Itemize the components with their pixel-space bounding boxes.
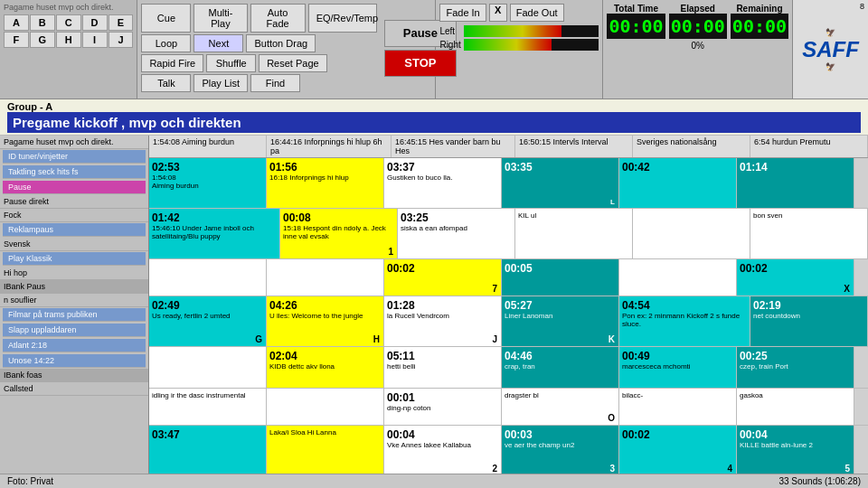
right-label: Right [439, 40, 462, 50]
cell-5-0[interactable]: idling ir the dasc instrumental [149, 389, 267, 425]
alpha-J[interactable]: J [108, 32, 134, 48]
sidebar-item-play-klassik[interactable]: Play Klassik [3, 252, 146, 266]
cell-4-1[interactable]: 02:04 KIDB dettc akv llona [267, 347, 384, 388]
cell-6-1[interactable]: Laka/i Sloa Hi Lanna [267, 426, 384, 474]
cell-2-2[interactable]: 00:02 7 [384, 259, 502, 296]
sidebar-item-reklam[interactable]: Reklampaus [3, 223, 146, 237]
sidebar-item-1[interactable]: Pagame huset mvp och direkt. [0, 136, 148, 149]
cell-4-5[interactable]: 00:25 czep, train Port [737, 347, 854, 388]
sidebar-item-ibank-paus[interactable]: IBank Paus [0, 280, 148, 294]
cell-time: 03:37 [387, 161, 498, 174]
alpha-A[interactable]: A [4, 14, 29, 31]
shuffle-button[interactable]: Shuffle [206, 54, 256, 72]
cell-3-2[interactable]: 01:28 la Rucell Vendrcom J [384, 296, 502, 346]
eq-rev-temp-button[interactable]: EQ/Rev/Temp [308, 4, 377, 33]
cell-label: 16:18 Inforpnings hi hlup [269, 174, 381, 182]
cell-0-1[interactable]: 01:56 16:18 Inforpnings hi hlup [267, 158, 384, 208]
cell-4-2[interactable]: 05:11 hetti belli [384, 347, 502, 388]
cell-0-5[interactable]: 01:14 [737, 158, 854, 208]
cell-2-0[interactable] [149, 259, 267, 296]
alpha-I[interactable]: I [82, 32, 108, 48]
fade-out-button[interactable]: Fade Out [510, 4, 564, 22]
cell-1-1[interactable]: 00:08 15:18 Hespont din ndoly a. Jeck in… [280, 209, 398, 258]
cell-5-1[interactable] [267, 389, 384, 425]
sidebar-item-pause-direct[interactable]: Pause direkt [0, 195, 148, 209]
cell-2-1[interactable] [267, 259, 384, 296]
loop-button[interactable]: Loop [141, 34, 191, 52]
sidebar-item-souflier[interactable]: n souflier [0, 294, 148, 307]
cell-2-3[interactable]: 00:05 [502, 259, 619, 296]
talk-button[interactable]: Talk [141, 74, 191, 92]
cell-badge: J [492, 334, 497, 344]
cell-4-0[interactable] [149, 347, 267, 388]
cell-time: 00:04 [740, 428, 851, 441]
sidebar-item-ibank-foas[interactable]: IBank foas [0, 369, 148, 382]
cell-5-4[interactable]: bilacc- [619, 389, 737, 425]
cell-time: 01:28 [387, 299, 498, 312]
cell-1-5[interactable]: bon sven [750, 209, 868, 258]
cell-0-3[interactable]: 03:35 L [502, 158, 619, 208]
sidebar-item-atlant[interactable]: Atlant 2:18 [3, 339, 146, 352]
cell-badge: 3 [609, 464, 615, 474]
cell-4-4[interactable]: 00:49 marcesceca mchomti [619, 347, 737, 388]
cell-6-4[interactable]: 00:02 4 [619, 426, 737, 474]
sidebar-item-callsted[interactable]: Callsted [0, 382, 148, 396]
alpha-G[interactable]: G [30, 32, 55, 48]
auto-fade-button[interactable]: Auto Fade [250, 4, 306, 33]
x-button[interactable]: X [489, 4, 507, 22]
cell-0-2[interactable]: 03:37 Gustiken to buco lla. [384, 158, 502, 208]
cell-5-5[interactable]: gaskoa [737, 389, 854, 425]
total-time-display: 00:00 [607, 14, 665, 39]
button-drag-button[interactable]: Button Drag [246, 34, 316, 52]
alpha-B[interactable]: B [30, 14, 55, 31]
cell-1-3[interactable]: KIL ul [515, 209, 633, 258]
cell-label: hetti belli [387, 362, 498, 371]
cell-5-3[interactable]: dragster bl O [502, 389, 619, 425]
cell-1-4[interactable] [633, 209, 750, 258]
cell-3-5[interactable]: 02:19 net countdown [750, 296, 868, 346]
play-list-button[interactable]: Play List [193, 74, 248, 92]
cell-2-5[interactable]: 00:02 X [737, 259, 854, 296]
sidebar-item-slapp[interactable]: Slapp uppladdaren [3, 324, 146, 337]
multi-play-button[interactable]: Multi-Play [193, 4, 247, 33]
cell-6-0[interactable]: 03:47 [149, 426, 267, 474]
sidebar-item-pause[interactable]: Pause [3, 181, 146, 194]
sidebar-item-3[interactable]: Taktling seck hits fs [3, 165, 146, 179]
cell-label: 15:18 Hespont din ndoly a. Jeck inne val… [283, 224, 394, 240]
alpha-C[interactable]: C [56, 14, 81, 31]
cell-3-3[interactable]: 05:27 Liner Lanoman K [502, 296, 619, 346]
cell-6-5[interactable]: 00:04 KILLE battle aln-lune 2 5 [737, 426, 854, 474]
cell-1-2[interactable]: 03:25 siska a ean afompad [398, 209, 515, 258]
sidebar-item-2[interactable]: ID tuner/vinjetter [3, 150, 146, 164]
cell-2-4[interactable] [619, 259, 737, 296]
cell-1-0[interactable]: 01:42 15:46:10 Under Jame inboll och sat… [149, 209, 280, 258]
sidebar-item-filmar[interactable]: Filmar på trams publiken [3, 308, 146, 322]
cell-3-0[interactable]: 02:49 Us ready, fertlin 2 umted G [149, 296, 267, 346]
alpha-H[interactable]: H [56, 32, 81, 48]
fade-in-button[interactable]: Fade In [439, 4, 486, 22]
alpha-F[interactable]: F [4, 32, 29, 48]
reset-page-button[interactable]: Reset Page [259, 54, 326, 72]
cell-0-0[interactable]: 02:53 1:54:08Aiming burdun [149, 158, 267, 208]
cell-5-2[interactable]: 00:01 ding-np coton [384, 389, 502, 425]
find-button[interactable]: Find [250, 74, 300, 92]
cell-6-3[interactable]: 00:03 ve aer the champ un2 3 [502, 426, 619, 474]
cue-button[interactable]: Cue [141, 4, 191, 33]
sidebar-item-hi-hop[interactable]: Hi hop [0, 267, 148, 280]
elapsed-label: Elapsed [669, 4, 727, 14]
sidebar-item-svensk[interactable]: Svensk [0, 238, 148, 251]
left-meter [464, 25, 561, 37]
cell-4-3[interactable]: 04:46 crap, tran [502, 347, 619, 388]
sidebar-item-fock[interactable]: Fock [0, 209, 148, 222]
alpha-E[interactable]: E [108, 14, 134, 31]
alpha-D[interactable]: D [82, 14, 108, 31]
cell-3-4[interactable]: 04:54 Pon ex: 2 minmann Kickoff 2 s fund… [619, 296, 750, 346]
foto-label: Foto: Privat [7, 476, 53, 486]
cell-6-2[interactable]: 00:04 Vke Annes lakee Kallabua 2 [384, 426, 502, 474]
cell-0-4[interactable]: 00:42 [619, 158, 737, 208]
next-button[interactable]: Next [193, 34, 243, 52]
sidebar-item-unose[interactable]: Unose 14:22 [3, 354, 146, 368]
app-container: Pagame huset mvp och direkt. A B C D E F… [0, 0, 868, 488]
cell-3-1[interactable]: 04:26 U lles: Welcome to the jungle H [267, 296, 384, 346]
rapid-fire-button[interactable]: Rapid Fire [141, 54, 203, 72]
